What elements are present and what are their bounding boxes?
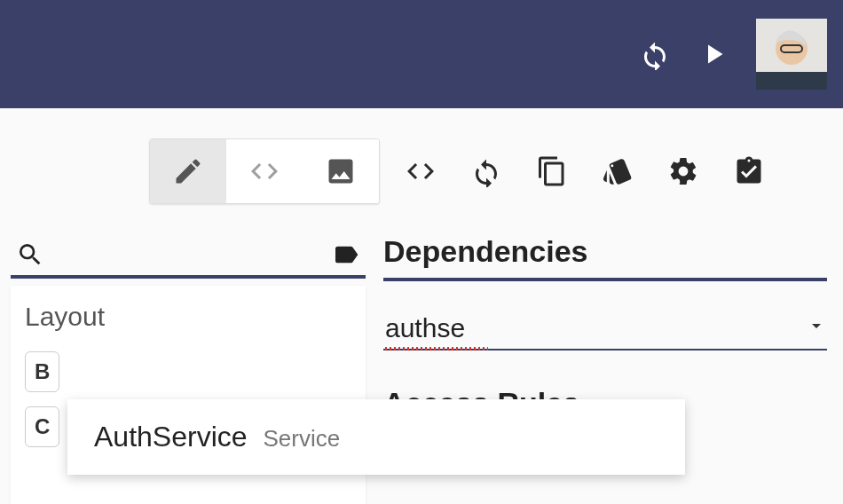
avatar[interactable] xyxy=(756,19,827,90)
code-mode-button[interactable] xyxy=(226,139,303,203)
code-icon xyxy=(248,155,280,187)
settings-tool-button[interactable] xyxy=(658,146,708,196)
search-button[interactable] xyxy=(16,240,44,269)
dependencies-title: Dependencies xyxy=(383,234,827,269)
style-icon xyxy=(602,155,634,187)
left-panel-header xyxy=(11,234,366,279)
refresh-icon xyxy=(470,155,502,187)
pencil-icon xyxy=(172,155,204,187)
search-icon xyxy=(16,240,44,269)
autocomplete-suggestion[interactable]: AuthService Service xyxy=(67,399,685,475)
image-icon xyxy=(325,155,357,187)
spellcheck-underline xyxy=(385,347,488,350)
suggestion-type: Service xyxy=(264,425,341,453)
toolbar xyxy=(0,108,843,204)
chip-b[interactable]: B xyxy=(25,351,59,392)
combobox-caret[interactable] xyxy=(806,315,827,340)
gear-icon xyxy=(667,155,699,187)
dependencies-underline xyxy=(383,278,827,281)
image-mode-button[interactable] xyxy=(303,139,379,203)
style-tool-button[interactable] xyxy=(593,146,642,196)
dependency-combobox[interactable] xyxy=(383,313,827,350)
view-mode-toggle xyxy=(149,138,380,204)
svg-rect-1 xyxy=(756,72,827,90)
edit-mode-button[interactable] xyxy=(150,139,226,203)
tag-icon xyxy=(332,240,360,269)
copy-icon xyxy=(536,155,568,187)
chevron-down-icon xyxy=(806,315,827,336)
suggestion-name: AuthService xyxy=(94,421,248,453)
dependency-input[interactable] xyxy=(385,313,800,343)
app-header xyxy=(0,0,843,108)
refresh-icon[interactable] xyxy=(639,38,671,70)
chip-c[interactable]: C xyxy=(25,406,59,447)
refresh-tool-button[interactable] xyxy=(461,146,511,196)
clipboard-check-icon xyxy=(733,155,765,187)
code-tool-button[interactable] xyxy=(396,146,445,196)
copy-tool-button[interactable] xyxy=(527,146,577,196)
task-tool-button[interactable] xyxy=(724,146,774,196)
code-icon xyxy=(405,155,437,187)
chip-row-1: B xyxy=(25,351,351,392)
tag-button[interactable] xyxy=(332,240,360,269)
layout-title: Layout xyxy=(25,302,351,332)
play-icon[interactable] xyxy=(697,38,729,70)
